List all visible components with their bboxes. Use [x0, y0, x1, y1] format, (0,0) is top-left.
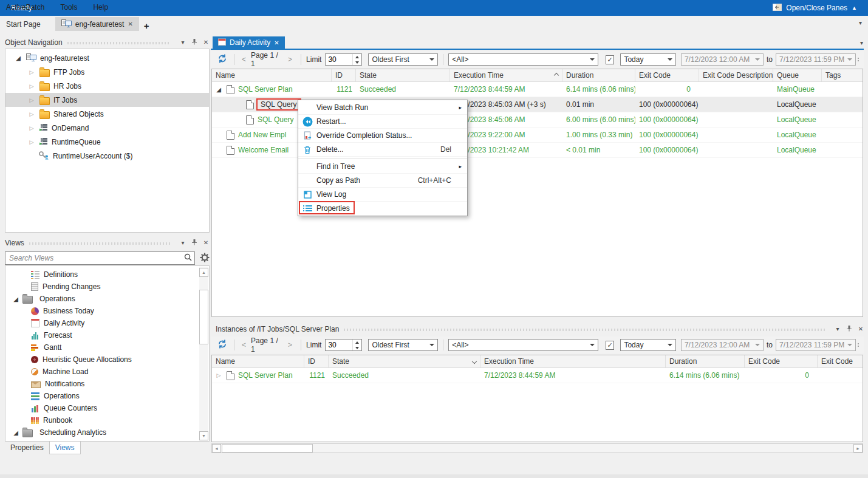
limit-input[interactable]	[326, 54, 352, 65]
expander-closed-icon[interactable]: ▷	[214, 372, 223, 378]
menu-item-view-batch-run[interactable]: View Batch Run▸	[298, 101, 467, 115]
tree-item-ondemand[interactable]: ▷ OnDemand	[5, 121, 209, 135]
view-item-operations[interactable]: Operations	[5, 390, 209, 402]
date-filter-checkbox[interactable]: ✓	[606, 55, 615, 64]
view-item-business-today[interactable]: Business Today	[5, 305, 209, 317]
page-prev-button[interactable]: <	[239, 55, 248, 64]
column-header-exit-code[interactable]: Exit Code	[635, 69, 699, 81]
grid-row-sql-server-plan[interactable]: ◢SQL Server Plan 1121 Succeeded 7/12/202…	[212, 82, 863, 97]
expander-open-icon[interactable]: ◢	[14, 55, 22, 61]
tree-item-runtimequeue[interactable]: ▷ RuntimeQueue	[5, 135, 209, 149]
spin-up-icon[interactable]	[355, 56, 359, 58]
limit-input[interactable]	[326, 340, 352, 350]
view-item-forecast[interactable]: Forecast	[5, 329, 209, 341]
menu-activebatch[interactable]: ActiveBatch	[6, 3, 44, 12]
limit-stepper[interactable]	[325, 53, 362, 66]
column-header-execution-time[interactable]: Execution Time	[450, 69, 562, 81]
grid-row-sql-server-plan-instance[interactable]: ▷SQL Server Plan 1121 Succeeded 7/12/202…	[212, 368, 863, 383]
date-to-picker[interactable]: 7/12/2023 11:59 PM	[776, 339, 856, 351]
tab-properties[interactable]: Properties	[5, 442, 49, 454]
column-header-exit-code[interactable]: Exit Code	[745, 355, 818, 367]
view-item-runbook[interactable]: Runbook	[5, 414, 209, 426]
expander-closed-icon[interactable]: ▷	[27, 97, 36, 103]
view-item-definitions[interactable]: Definitions	[5, 268, 209, 281]
caret-down-icon[interactable]: ▾	[179, 239, 186, 247]
caret-down-icon[interactable]: ▾	[179, 39, 186, 46]
page-next-button[interactable]: >	[285, 55, 295, 64]
tab-overflow-caret-icon[interactable]: ▾	[859, 19, 862, 26]
close-icon[interactable]: ✕	[274, 39, 279, 46]
column-header-exit-code-description[interactable]: Exit Code Description	[699, 69, 773, 81]
spin-down-icon[interactable]	[355, 347, 359, 349]
refresh-icon[interactable]	[217, 339, 228, 351]
tree-item-root[interactable]: ◢ eng-featuretest	[5, 51, 209, 65]
scrollbar-thumb[interactable]	[222, 444, 313, 452]
spin-up-icon[interactable]	[355, 341, 359, 344]
page-prev-button[interactable]: <	[239, 341, 248, 349]
views-scrollbar[interactable]: ▲ ▼	[199, 267, 208, 442]
tree-item-runtimeuseraccount[interactable]: RuntimeUserAccount ($)	[5, 149, 209, 163]
gear-icon[interactable]	[200, 253, 210, 264]
close-icon[interactable]: ✕	[202, 39, 210, 46]
expander-open-icon[interactable]: ◢	[214, 86, 223, 93]
expander-closed-icon[interactable]: ▷	[27, 125, 36, 131]
close-icon[interactable]: ✕	[128, 21, 132, 27]
menu-tools[interactable]: Tools	[60, 3, 77, 12]
pin-icon[interactable]	[191, 239, 198, 247]
menu-item-properties[interactable]: Properties	[298, 202, 467, 215]
view-item-gantt[interactable]: Gantt	[5, 341, 209, 353]
column-header-duration[interactable]: Duration	[562, 69, 635, 81]
range-preset-select[interactable]: Today	[620, 53, 676, 66]
horizontal-scrollbar[interactable]: ◄ ►	[211, 443, 863, 453]
menu-item-restart[interactable]: Restart...	[298, 115, 467, 129]
range-preset-select[interactable]: Today	[620, 339, 676, 351]
pin-icon[interactable]	[846, 325, 853, 333]
search-input[interactable]	[8, 253, 184, 263]
view-group-operations[interactable]: ◢Operations	[5, 293, 209, 305]
column-header-duration[interactable]: Duration	[666, 355, 745, 367]
column-header-tags[interactable]: Tags	[822, 69, 863, 81]
column-header-name[interactable]: Name	[212, 69, 332, 81]
tree-item-shared-objects[interactable]: ▷ Shared Objects	[5, 107, 209, 121]
date-to-picker[interactable]: 7/12/2023 11:59 PM	[776, 53, 856, 66]
scrollbar-thumb[interactable]	[199, 290, 208, 344]
page-next-button[interactable]: >	[285, 341, 295, 349]
pin-icon[interactable]	[191, 38, 198, 47]
toolbar-overflow-grip[interactable]	[856, 58, 861, 61]
column-header-execution-time[interactable]: Execution Time	[480, 355, 666, 367]
close-icon[interactable]: ✕	[202, 239, 210, 247]
menu-item-override-completion-status[interactable]: Override Completion Status...	[298, 129, 467, 143]
menu-item-delete[interactable]: Delete...Del	[298, 143, 467, 157]
view-group-scheduling-analytics[interactable]: ◢Scheduling Analytics	[5, 426, 209, 439]
close-icon[interactable]: ✕	[857, 326, 864, 333]
expander-closed-icon[interactable]: ▷	[27, 69, 36, 75]
filter-select[interactable]: <All>	[448, 339, 598, 351]
tree-item-ftp-jobs[interactable]: ▷ FTP Jobs	[5, 65, 209, 79]
sort-order-select[interactable]: Oldest First	[368, 53, 438, 66]
caret-down-icon[interactable]: ▾	[834, 326, 841, 333]
tab-views[interactable]: Views	[49, 442, 81, 454]
toolbar-overflow-grip[interactable]	[856, 343, 861, 347]
date-filter-checkbox[interactable]: ✓	[606, 341, 615, 350]
expander-open-icon[interactable]: ◢	[12, 429, 20, 436]
view-item-queue-counters[interactable]: Queue Counters	[5, 402, 209, 414]
spin-down-icon[interactable]	[355, 61, 359, 64]
limit-stepper[interactable]	[325, 339, 362, 351]
view-item-machine-load[interactable]: Machine Load	[5, 366, 209, 378]
expander-open-icon[interactable]: ◢	[12, 296, 20, 302]
column-header-exit-code-description[interactable]: Exit Code	[818, 355, 863, 367]
expander-closed-icon[interactable]: ▷	[27, 111, 36, 117]
doc-tab-overflow-caret-icon[interactable]: ▾	[860, 39, 863, 46]
refresh-icon[interactable]	[217, 53, 228, 66]
date-from-picker[interactable]: 7/12/2023 12:00 AM	[681, 339, 764, 351]
date-from-picker[interactable]: 7/12/2023 12:00 AM	[681, 53, 764, 66]
tab-eng-featuretest[interactable]: eng-featuretest ✕	[55, 17, 139, 31]
search-icon[interactable]	[184, 253, 192, 263]
column-header-id[interactable]: ID	[304, 355, 329, 367]
expander-closed-icon[interactable]: ▷	[27, 83, 36, 89]
menu-item-view-log[interactable]: View Log	[298, 188, 467, 202]
view-item-notifications[interactable]: Notifications	[5, 378, 209, 390]
view-item-pending-changes[interactable]: Pending Changes	[5, 281, 209, 293]
menu-item-find-in-tree[interactable]: Find in Tree▸	[298, 160, 467, 174]
menu-item-copy-as-path[interactable]: Copy as PathCtrl+Alt+C	[298, 174, 467, 188]
